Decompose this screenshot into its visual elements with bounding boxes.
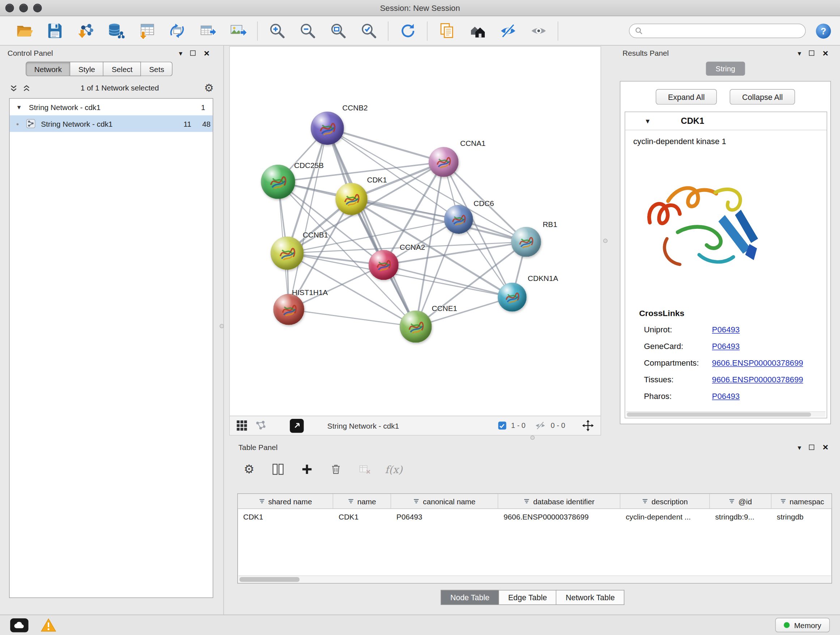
crosslink-link[interactable]: P06493 (712, 325, 740, 334)
network-node-CDKN1A[interactable] (498, 283, 527, 312)
tree-expand-icon[interactable]: ▼ (16, 104, 22, 111)
column-header[interactable]: namespac (771, 494, 832, 508)
grid-view-icon[interactable] (236, 420, 248, 431)
network-edge[interactable] (327, 128, 416, 326)
network-node-CDC6[interactable] (444, 205, 473, 234)
network-node-CCNB2[interactable] (311, 111, 344, 145)
crosslink-link[interactable]: 9606.ENSP00000378699 (712, 375, 803, 384)
tab-network[interactable]: Network (26, 62, 70, 76)
show-columns-icon[interactable] (270, 461, 286, 477)
expand-all-networks-icon[interactable] (22, 84, 30, 92)
open-session-button[interactable] (13, 19, 35, 42)
network-node-CCNA1[interactable] (429, 147, 459, 177)
section-collapse-icon[interactable]: ▼ (645, 117, 651, 125)
import-network-file-button[interactable] (74, 19, 96, 42)
table-cell[interactable]: CDK1 (238, 509, 333, 524)
network-options-gear-icon[interactable]: ⚙ (204, 82, 214, 93)
results-horizontal-scrollbar[interactable] (626, 411, 826, 417)
network-node-CDC25B[interactable] (261, 165, 295, 199)
column-header[interactable]: shared name (238, 494, 333, 508)
tab-network-table[interactable]: Network Table (557, 590, 624, 605)
tab-sets[interactable]: Sets (141, 62, 172, 76)
column-header[interactable]: canonical name (391, 494, 498, 508)
help-button[interactable]: ? (814, 22, 832, 40)
apply-style-refresh-button[interactable] (396, 19, 419, 42)
delete-column-trash-icon[interactable] (328, 461, 344, 477)
crosslink-link[interactable]: P06493 (712, 342, 740, 351)
selected-items-checkbox[interactable] (498, 421, 506, 429)
network-node-CDK1[interactable] (335, 183, 368, 215)
left-splitter-grip[interactable] (219, 324, 224, 328)
table-cell[interactable]: cyclin-dependent ... (621, 509, 710, 524)
expand-all-button[interactable]: Expand All (655, 89, 717, 105)
gene-details-scrollpane[interactable]: ▼ CDK1 cyclin-dependent kinase 1 Cros (625, 111, 827, 418)
export-view-button[interactable] (290, 418, 304, 432)
tab-style[interactable]: Style (71, 62, 104, 76)
network-canvas[interactable]: CCNB2CCNA1CDC25BCDK1CDC6RB1CCNB1CCNA2CDK… (230, 47, 600, 416)
table-row[interactable]: CDK1 CDK1 P06493 9606.ENSP00000378699 cy… (238, 509, 832, 524)
birds-eye-view-icon[interactable] (255, 420, 266, 431)
tab-string-results[interactable]: String (706, 62, 745, 76)
delete-table-icon[interactable] (357, 461, 373, 477)
zoom-in-button[interactable] (266, 19, 288, 42)
table-horizontal-scrollbar[interactable] (238, 576, 831, 583)
column-header[interactable]: name (333, 494, 391, 508)
collapse-all-networks-icon[interactable] (10, 84, 18, 92)
float-panel-icon[interactable] (190, 50, 196, 56)
tab-edge-table[interactable]: Edge Table (499, 590, 557, 605)
network-collection-row[interactable]: ▼ String Network - cdk1 1 (10, 99, 213, 116)
gene-section-header[interactable]: ▼ CDK1 (625, 112, 827, 130)
table-cell[interactable]: stringdb:9... (710, 509, 771, 524)
network-node-CCNB1[interactable] (271, 236, 304, 270)
collapse-all-button[interactable]: Collapse All (730, 89, 795, 105)
show-all-button[interactable] (527, 19, 549, 42)
zoom-fit-button[interactable] (327, 19, 349, 42)
network-row[interactable]: ● String Network - cdk1 11 48 (10, 116, 213, 132)
scrollbar-thumb[interactable] (240, 577, 300, 582)
column-header[interactable]: @id (710, 494, 771, 508)
tab-select[interactable]: Select (104, 62, 141, 76)
warnings-button[interactable] (41, 618, 57, 632)
table-cell[interactable]: 9606.ENSP00000378699 (498, 509, 621, 524)
home-button[interactable] (466, 19, 488, 42)
network-node-CCNE1[interactable] (400, 310, 432, 343)
collapse-panel-icon[interactable]: ▾ (798, 444, 801, 451)
network-edge[interactable] (327, 128, 444, 162)
table-cell[interactable]: P06493 (391, 509, 498, 524)
pan-move-icon[interactable] (582, 419, 594, 432)
add-column-icon[interactable] (299, 461, 315, 477)
cloud-button[interactable] (10, 618, 28, 632)
crosslink-link[interactable]: P06493 (712, 391, 740, 401)
close-panel-icon[interactable]: × (823, 48, 829, 58)
tab-node-table[interactable]: Node Table (441, 590, 499, 605)
collapse-panel-icon[interactable]: ▾ (798, 50, 801, 57)
export-table-button[interactable] (196, 19, 218, 42)
network-edge[interactable] (289, 310, 416, 326)
network-node-RB1[interactable] (511, 227, 541, 257)
new-network-from-selection-button[interactable] (166, 19, 188, 42)
horizontal-splitter-grip[interactable] (531, 435, 535, 440)
function-builder-icon[interactable]: f(x) (386, 461, 401, 477)
close-panel-icon[interactable]: × (823, 442, 829, 452)
zoom-selected-button[interactable] (357, 19, 380, 42)
import-network-database-button[interactable] (104, 19, 127, 42)
float-panel-icon[interactable] (809, 50, 815, 56)
maximize-window-button[interactable] (33, 4, 42, 12)
network-edge[interactable] (289, 128, 327, 310)
float-panel-icon[interactable] (809, 445, 815, 450)
network-node-HIST1H1A[interactable] (273, 294, 304, 325)
memory-button[interactable]: Memory (775, 618, 830, 632)
scrollbar-thumb[interactable] (627, 412, 811, 417)
export-image-button[interactable] (226, 19, 249, 42)
right-splitter-grip[interactable] (603, 239, 607, 243)
column-header[interactable]: database identifier (498, 494, 621, 508)
table-options-gear-icon[interactable]: ⚙ (241, 461, 257, 477)
hide-selected-button[interactable] (497, 19, 519, 42)
close-panel-icon[interactable]: × (204, 48, 210, 58)
save-session-button[interactable] (43, 19, 66, 42)
copy-button[interactable] (436, 19, 458, 42)
collapse-panel-icon[interactable]: ▾ (179, 50, 183, 57)
network-edge[interactable] (289, 265, 384, 310)
network-node-CCNA2[interactable] (369, 250, 399, 280)
import-table-button[interactable] (135, 19, 157, 42)
